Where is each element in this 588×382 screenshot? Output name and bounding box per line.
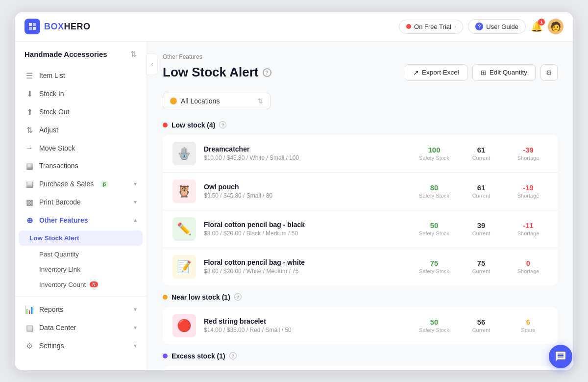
current-stat: 56 Current — [462, 318, 501, 333]
safety-stock-stat: 80 Safety Stock — [415, 183, 454, 199]
excess-section-header: Excess stock (1) ? — [163, 352, 558, 360]
shortage-label: Shortage — [509, 230, 548, 236]
breadcrumb: Other Features — [163, 53, 558, 60]
sidebar-collapse-button[interactable]: ‹ — [147, 53, 158, 75]
chat-icon — [555, 351, 566, 362]
table-row: 👜 Floral pony bag $15.00 / $50.00 / Medi… — [163, 366, 558, 370]
current-stat: 75 Current — [462, 259, 501, 274]
shortage-value: -39 — [509, 146, 548, 154]
gear-icon: ⚙ — [546, 69, 552, 76]
adjust-icon: ⇅ — [24, 126, 34, 135]
sidebar-sub-inventory-link[interactable]: Inventory Link — [15, 262, 147, 277]
safety-stock-stat: 100 Safety Stock — [415, 146, 454, 161]
safety-stock-stat: 50 Safety Stock — [415, 318, 454, 333]
user-guide-button[interactable]: ? User Guide — [468, 19, 526, 34]
svg-rect-0 — [29, 23, 32, 26]
workspace-swap-icon[interactable]: ⇅ — [130, 50, 137, 59]
item-image: 📝 — [172, 255, 196, 279]
safety-stock-label: Safety Stock — [415, 327, 454, 333]
current-value: 39 — [462, 221, 501, 229]
item-detail: $8.00 / $20.00 / Black / Medium / 50 — [204, 230, 407, 237]
page-title: Low Stock Alert — [163, 65, 259, 80]
app-header: BOXHERO On Free Trial › ? User Guide 🔔 1… — [15, 12, 573, 42]
sidebar-item-label: Adjust — [39, 126, 58, 134]
other-features-label: Other Features — [39, 216, 88, 224]
table-row: 📝 Floral cotton pencil bag - white $8.00… — [163, 248, 558, 285]
sidebar-sub-low-stock-alert[interactable]: Low Stock Alert — [19, 230, 143, 246]
shortage-stat: -39 Shortage — [509, 146, 548, 161]
workspace-name: Handmade Accessories — [24, 50, 107, 58]
page-header: Low Stock Alert ? ↗ Export Excel ⊞ Edit … — [163, 64, 558, 81]
item-detail: $14.00 / $35.00 / Red / Small / 50 — [204, 327, 407, 333]
page-help-icon[interactable]: ? — [263, 68, 271, 77]
shortage-label: Shortage — [509, 193, 548, 199]
sidebar-item-other-features[interactable]: ⊕ Other Features ▴ — [15, 211, 147, 229]
header-actions: On Free Trial › ? User Guide 🔔 1 🧑 — [399, 19, 564, 34]
sidebar-item-stock-in[interactable]: ⬇ Stock In — [15, 85, 147, 103]
chevron-down-icon: ▾ — [134, 342, 137, 349]
reports-icon: 📊 — [24, 305, 34, 314]
app-body: Handmade Accessories ⇅ ☰ Item List ⬇ Sto… — [15, 42, 573, 370]
sidebar-item-label: Stock In — [39, 90, 64, 98]
avatar[interactable]: 🧑 — [548, 19, 564, 34]
past-quantity-label: Past Quantity — [39, 251, 79, 258]
sidebar-item-move-stock[interactable]: → Move Stock — [15, 139, 147, 157]
near-low-table: 🔴 Red string bracelet $14.00 / $35.00 / … — [163, 307, 558, 344]
sidebar-sub-past-quantity[interactable]: Past Quantity — [15, 247, 147, 262]
sidebar-sub-inventory-count[interactable]: Inventory Count N — [15, 277, 147, 292]
safety-stock-value: 100 — [415, 146, 454, 154]
free-trial-button[interactable]: On Free Trial › — [399, 20, 463, 34]
export-excel-button[interactable]: ↗ Export Excel — [405, 64, 467, 81]
low-stock-help-icon[interactable]: ? — [219, 121, 226, 128]
sidebar-item-settings[interactable]: ⚙ Settings ▾ — [15, 337, 147, 355]
chevron-down-icon: ▾ — [134, 180, 137, 187]
item-list-icon: ☰ — [24, 71, 34, 80]
sidebar-header: Handmade Accessories ⇅ — [15, 50, 147, 67]
shortage-stat: -19 Shortage — [509, 183, 548, 199]
sidebar-item-item-list[interactable]: ☰ Item List — [15, 67, 147, 85]
location-label: All Locations — [181, 97, 220, 105]
current-label: Current — [462, 268, 501, 274]
settings-icon: ⚙ — [24, 341, 34, 351]
move-stock-icon: → — [24, 144, 34, 153]
location-selector[interactable]: All Locations ⇅ — [163, 93, 270, 109]
edit-quantity-button[interactable]: ⊞ Edit Quantity — [472, 64, 536, 81]
near-low-help-icon[interactable]: ? — [234, 293, 242, 301]
sidebar-item-reports[interactable]: 📊 Reports ▾ — [15, 301, 147, 319]
excess-help-icon[interactable]: ? — [229, 352, 237, 359]
chevron-down-icon: ▾ — [134, 306, 137, 313]
main-content-area: ‹ Other Features Low Stock Alert ? ↗ Exp… — [147, 42, 573, 370]
sidebar-item-purchase-sales[interactable]: ▤ Purchase & Sales β ▾ — [15, 175, 147, 193]
print-barcode-label: Print Barcode — [39, 198, 81, 206]
item-info: Dreamcatcher $10.00 / $45.80 / White / S… — [204, 145, 407, 161]
chevron-down-icon: ▾ — [134, 324, 137, 331]
item-info: Floral cotton pencil bag - white $8.00 /… — [204, 258, 407, 275]
stock-out-icon: ⬆ — [24, 107, 34, 117]
sidebar-item-stock-out[interactable]: ⬆ Stock Out — [15, 103, 147, 121]
item-detail: $8.00 / $20.00 / White / Medium / 75 — [204, 268, 407, 275]
item-info: Floral cotton pencil bag - black $8.00 /… — [204, 221, 407, 237]
sidebar-item-transactions[interactable]: ▦ Transactions — [15, 157, 147, 175]
notif-badge: 1 — [538, 19, 545, 25]
edit-label: Edit Quantity — [490, 69, 527, 76]
chat-button[interactable] — [549, 345, 572, 368]
sidebar-item-adjust[interactable]: ⇅ Adjust — [15, 121, 147, 139]
sidebar-item-label: Move Stock — [39, 144, 75, 152]
sidebar-item-print-barcode[interactable]: ▩ Print Barcode ▾ — [15, 193, 147, 211]
shortage-stat: -11 Shortage — [509, 221, 548, 236]
purchase-sales-icon: ▤ — [24, 179, 34, 189]
header-buttons: ↗ Export Excel ⊞ Edit Quantity ⚙ — [405, 64, 558, 81]
safety-stock-label: Safety Stock — [415, 193, 454, 199]
sidebar-item-data-center[interactable]: ▤ Data Center ▾ — [15, 319, 147, 337]
svg-rect-1 — [33, 23, 36, 26]
table-row: 🦉 Owl pouch $9.50 / $45.80 / Small / 80 … — [163, 173, 558, 210]
current-label: Current — [462, 193, 501, 199]
print-barcode-icon: ▩ — [24, 198, 34, 207]
shortage-value: 0 — [509, 259, 548, 267]
item-detail: $10.00 / $45.80 / White / Small / 100 — [204, 154, 407, 161]
safety-stock-value: 75 — [415, 259, 454, 267]
settings-gear-button[interactable]: ⚙ — [540, 64, 558, 81]
reports-left: 📊 Reports — [24, 305, 63, 314]
item-info: Red string bracelet $14.00 / $35.00 / Re… — [204, 317, 407, 333]
notifications-button[interactable]: 🔔 1 — [531, 21, 543, 32]
